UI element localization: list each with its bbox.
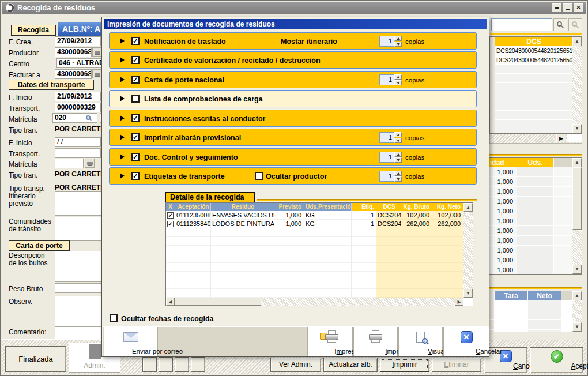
scroll-up-icon[interactable]: ▲: [572, 158, 582, 167]
doc-checkbox[interactable]: ✓: [131, 172, 140, 180]
cancelar-dialog-button[interactable]: ✕ Cancelar: [443, 327, 489, 356]
detail-column-header[interactable]: DCS: [376, 203, 401, 211]
aceptar-button[interactable]: ✔ Aceptar: [530, 347, 583, 373]
spin-down-icon[interactable]: [394, 42, 402, 47]
dcs-column-header[interactable]: DCS: [495, 37, 572, 46]
scroll-up-icon[interactable]: ▲: [572, 291, 582, 300]
matricula3-field[interactable]: [55, 159, 84, 168]
expand-arrow-icon[interactable]: [120, 154, 125, 160]
table-row[interactable]: [166, 272, 473, 280]
productor-lookup-button[interactable]: [92, 47, 102, 57]
ver-admin-button[interactable]: Ver Admin.: [270, 358, 321, 372]
f-crea-field[interactable]: 27/09/2012: [55, 36, 101, 46]
productor-field[interactable]: 4300000687: [55, 47, 92, 57]
visualizar-button[interactable]: Visualizar: [398, 327, 443, 356]
mostar-itinerario-checkbox[interactable]: ✓: [131, 37, 140, 45]
dcs-list-item[interactable]: DCS2043000054482012565097: [495, 55, 572, 65]
ocultar-productor-checkbox[interactable]: [255, 172, 263, 180]
cantidad-row[interactable]: 1,000: [489, 226, 582, 236]
expand-arrow-icon[interactable]: [120, 115, 125, 121]
matricula-lookup-button[interactable]: [85, 159, 95, 168]
doc-checkbox[interactable]: ✓: [131, 114, 140, 122]
mini-button-2[interactable]: [159, 357, 173, 372]
spin-down-icon[interactable]: [394, 80, 402, 85]
spin-up-icon[interactable]: [394, 132, 402, 137]
scroll-up-icon[interactable]: ▲: [572, 37, 582, 46]
table-row[interactable]: [166, 246, 473, 254]
doc-row-lista-comprobaciones[interactable]: Lista de comprobaciones de carga: [109, 90, 477, 107]
spin-up-icon[interactable]: [394, 74, 402, 80]
f-inicio2-field[interactable]: / /: [55, 137, 101, 147]
spin-up-icon[interactable]: [394, 36, 402, 41]
cantidad-row[interactable]: 1,000: [489, 197, 582, 206]
search-secondary-button[interactable]: [568, 18, 582, 31]
dcs-hscroll[interactable]: ▶: [489, 134, 582, 144]
scroll-down-icon[interactable]: ▼: [463, 289, 473, 298]
table-row[interactable]: [166, 289, 473, 298]
table-row[interactable]: [166, 280, 473, 289]
doc-checkbox[interactable]: ✓: [131, 76, 140, 84]
cantidad-row[interactable]: 1,000: [489, 167, 582, 177]
copies-input[interactable]: 1: [379, 36, 394, 47]
actualizar-alb-button[interactable]: Actualizar alb.: [323, 358, 378, 372]
scroll-right-icon[interactable]: ▶: [455, 298, 463, 306]
doc-row-carta-porte[interactable]: ✓ Carta de porte nacional 1 copias: [109, 71, 477, 88]
cantidad-row[interactable]: 1,000: [489, 246, 582, 255]
scroll-left-icon[interactable]: ◀: [166, 298, 175, 306]
cantidad-column-header[interactable]: idad: [489, 158, 517, 167]
table-row[interactable]: [166, 263, 473, 272]
copies-input[interactable]: 1: [379, 132, 394, 143]
table-row[interactable]: [166, 228, 473, 237]
detail-column-header[interactable]: Residuo: [211, 203, 274, 211]
doc-row-control-seguimiento[interactable]: ✓ Doc. Control y seguimiento 1 copias: [109, 148, 477, 166]
expand-arrow-icon[interactable]: [120, 96, 125, 101]
cantidad-row[interactable]: 1,000: [489, 206, 582, 216]
tara-column-header[interactable]: Tara: [494, 291, 527, 300]
mini-button-4[interactable]: [191, 357, 205, 372]
dcs-table[interactable]: DCS DCS2043000054482012565102DCS20430000…: [489, 36, 582, 134]
transportista2-field[interactable]: [55, 148, 101, 158]
detail-column-header[interactable]: Uds.: [304, 203, 318, 211]
expand-arrow-icon[interactable]: [120, 38, 125, 44]
cantidad-row[interactable]: 1,000: [489, 177, 582, 187]
table-row[interactable]: ✓0111235008ENVASES VACIOS DE M1,000KG1DC…: [166, 211, 473, 220]
detail-column-header[interactable]: X: [166, 203, 175, 211]
copies-input[interactable]: 1: [379, 152, 394, 163]
enviar-correo-button[interactable]: Enviar por correo: [104, 327, 158, 356]
detail-column-header[interactable]: Kg. Neto: [432, 203, 463, 211]
scroll-down-icon[interactable]: ▼: [572, 322, 582, 332]
scroll-down-icon[interactable]: ▼: [572, 124, 582, 133]
spin-up-icon[interactable]: [394, 171, 402, 176]
detail-column-header[interactable]: Etiq.: [352, 203, 376, 211]
mini-button-1[interactable]: [142, 357, 157, 372]
scroll-up-icon[interactable]: ▲: [463, 203, 473, 212]
neto-column-header[interactable]: Neto: [527, 291, 561, 300]
scroll-down-icon[interactable]: ▼: [572, 265, 582, 274]
doc-checkbox[interactable]: ✓: [131, 153, 140, 161]
scrollbar-thumb[interactable]: [175, 298, 261, 306]
maximize-icon[interactable]: [563, 3, 572, 12]
cantidad-row[interactable]: 1,000: [489, 265, 582, 275]
expand-arrow-icon[interactable]: [120, 134, 125, 140]
table-row[interactable]: [166, 237, 473, 246]
copies-input[interactable]: 1: [379, 74, 394, 85]
doc-checkbox[interactable]: ✓: [131, 133, 140, 141]
doc-row-certificado[interactable]: ✓ Certificado de valorización / reciclad…: [109, 51, 477, 69]
expand-arrow-icon[interactable]: [120, 173, 125, 179]
doc-checkbox[interactable]: ✓: [131, 56, 140, 64]
transportista-field[interactable]: 0000000329: [55, 103, 101, 112]
cantidad-row[interactable]: 1,000: [489, 255, 582, 265]
facturar-field[interactable]: 4300000687: [55, 69, 92, 79]
imprimir-dialog-button[interactable]: Imprimir: [353, 327, 398, 356]
tab-recogida[interactable]: Recogida: [11, 25, 56, 36]
detail-table[interactable]: XAceptaciónResiduoPrevistoUds.Presentaci…: [165, 202, 473, 306]
matricula-field[interactable]: 020: [52, 113, 97, 123]
detail-column-header[interactable]: Kg. Bruto: [401, 203, 432, 211]
doc-checkbox[interactable]: [131, 95, 140, 103]
search-input[interactable]: [491, 18, 552, 31]
cantidad-table[interactable]: idad Uds. 1,0001,0001,0001,0001,0001,000…: [488, 157, 582, 275]
table-row[interactable]: [166, 254, 473, 263]
row-checkbox[interactable]: ✓: [167, 221, 174, 227]
f-inicio-field[interactable]: 21/09/2012: [55, 92, 101, 101]
imprimir-button[interactable]: Imprimir: [380, 358, 429, 372]
